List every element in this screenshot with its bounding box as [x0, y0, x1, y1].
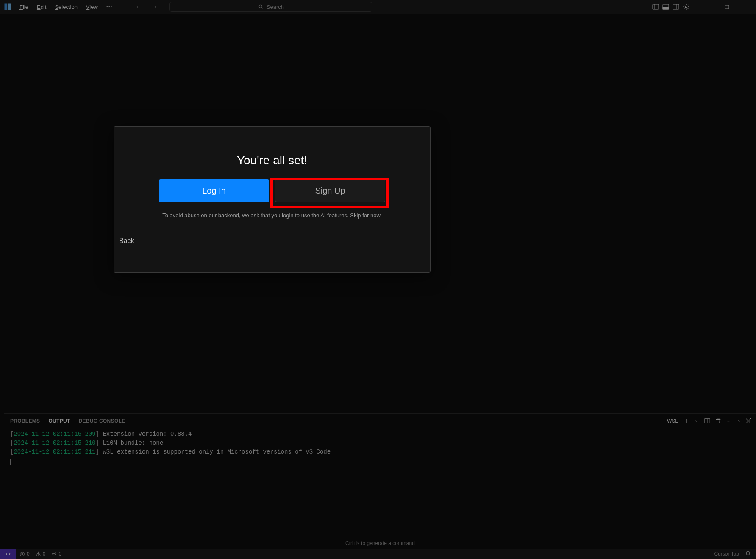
log-line: [2024-11-12 02:11:15.211] WSL extension …: [10, 448, 750, 457]
back-button[interactable]: Back: [119, 237, 134, 245]
search-input[interactable]: Search: [169, 2, 372, 12]
login-button[interactable]: Log In: [159, 179, 269, 202]
bell-icon[interactable]: [745, 551, 751, 557]
panel-footer-hint: Ctrl+K to generate a command: [4, 538, 756, 549]
nav-arrows: ← →: [133, 2, 159, 11]
svg-rect-12: [725, 5, 729, 9]
tab-problems[interactable]: PROBLEMS: [10, 418, 40, 424]
chevron-down-icon[interactable]: [694, 418, 699, 423]
app-icon: [2, 1, 14, 13]
tab-debug-console[interactable]: DEBUG CONSOLE: [79, 418, 125, 424]
log-line: [2024-11-12 02:11:15.209] Extension vers…: [10, 430, 750, 439]
svg-rect-1: [8, 4, 11, 10]
svg-rect-8: [673, 4, 679, 9]
warning-icon: [36, 551, 41, 557]
titlebar: File Edit Selection View ··· ← → Search: [0, 0, 756, 14]
nav-forward[interactable]: →: [149, 2, 159, 11]
welcome-modal: You're all set! Log In Sign Up To avoid …: [114, 126, 431, 273]
window-minimize[interactable]: [698, 0, 717, 14]
chevron-up-icon[interactable]: [736, 418, 741, 423]
layout-sidebar-left-icon[interactable]: [652, 3, 659, 11]
status-warnings[interactable]: 0: [36, 551, 46, 557]
menu-file[interactable]: File: [15, 2, 33, 12]
panel-right-label: WSL: [667, 418, 678, 424]
menu-selection[interactable]: Selection: [50, 2, 81, 12]
status-bar: 0 0 0 Cursor Tab: [0, 549, 756, 559]
menu-bar: File Edit Selection View ···: [15, 2, 117, 12]
menu-edit[interactable]: Edit: [33, 2, 50, 12]
window-maximize[interactable]: [717, 0, 737, 14]
radio-tower-icon: [51, 551, 57, 557]
settings-gear-icon[interactable]: [682, 3, 690, 11]
window-close[interactable]: [737, 0, 756, 14]
layout-icons: [652, 3, 690, 11]
terminal-cursor: [10, 459, 14, 465]
error-icon: [19, 551, 25, 557]
log-line: [2024-11-12 02:11:15.210] L10N bundle: n…: [10, 439, 750, 448]
trash-icon[interactable]: [715, 418, 721, 424]
svg-point-2: [259, 5, 262, 8]
layout-sidebar-right-icon[interactable]: [672, 3, 680, 11]
activity-bar: [0, 14, 4, 549]
svg-line-3: [262, 8, 263, 9]
close-panel-icon[interactable]: [746, 418, 751, 423]
modal-title: You're all set!: [237, 154, 307, 167]
tab-output[interactable]: OUTPUT: [48, 418, 70, 424]
svg-rect-4: [653, 4, 659, 9]
svg-rect-7: [663, 7, 669, 9]
signup-button[interactable]: Sign Up: [275, 179, 385, 202]
status-ports[interactable]: 0: [51, 551, 61, 557]
plus-icon[interactable]: [683, 418, 689, 424]
menu-more[interactable]: ···: [102, 2, 117, 12]
remote-indicator[interactable]: [0, 549, 16, 559]
nav-back[interactable]: ←: [133, 2, 144, 11]
status-errors[interactable]: 0: [19, 551, 30, 557]
output-body[interactable]: [2024-11-12 02:11:15.209] Extension vers…: [4, 428, 756, 538]
split-terminal-icon[interactable]: [704, 418, 710, 424]
search-icon: [258, 4, 264, 10]
status-cursor-tab[interactable]: Cursor Tab: [714, 551, 739, 557]
svg-rect-11: [705, 7, 710, 7]
layout-panel-bottom-icon[interactable]: [662, 3, 670, 11]
bottom-panel: PROBLEMS OUTPUT DEBUG CONSOLE WSL ··· [2…: [4, 413, 756, 549]
search-placeholder: Search: [267, 4, 284, 10]
skip-link[interactable]: Skip for now.: [350, 212, 381, 219]
svg-point-10: [685, 6, 687, 8]
modal-subtext: To avoid abuse on our backend, we ask th…: [162, 212, 381, 219]
menu-view[interactable]: View: [82, 2, 102, 12]
svg-rect-0: [5, 4, 8, 10]
svg-point-26: [54, 553, 55, 553]
more-icon[interactable]: ···: [726, 418, 731, 424]
panel-tabs: PROBLEMS OUTPUT DEBUG CONSOLE WSL ···: [4, 414, 756, 428]
